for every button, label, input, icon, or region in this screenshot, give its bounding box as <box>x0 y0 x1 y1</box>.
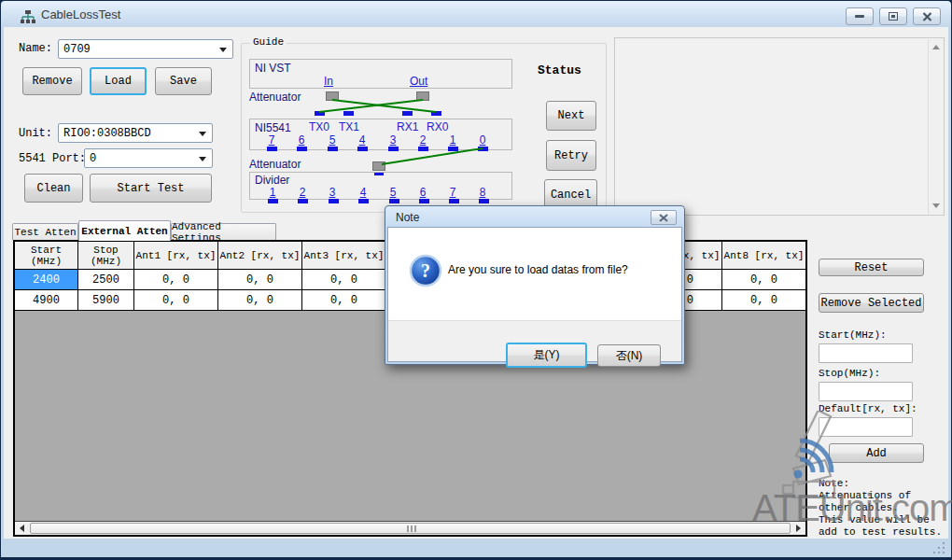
column-header-ant2[interactable]: Ant2 [rx, tx] <box>218 242 302 270</box>
network-diagram-icon <box>20 8 36 25</box>
dialog-body: ? Are you sure to load datas from file? <box>388 228 681 320</box>
name-label: Name: <box>19 42 52 55</box>
stop-mhz-input[interactable] <box>819 382 913 401</box>
table-cell[interactable]: 0, 0 <box>134 290 218 311</box>
scrollbar-grip <box>411 525 413 532</box>
note-line: This value will be <box>819 514 930 525</box>
tab-test-atten[interactable]: Test Atten <box>12 223 78 240</box>
start-test-button[interactable]: Start Test <box>90 174 212 203</box>
yes-button[interactable]: 是(Y) <box>506 343 587 368</box>
start-mhz-input[interactable] <box>819 343 913 363</box>
tab-external-atten[interactable]: External Atten <box>78 220 171 241</box>
dialog-footer: 是(Y) 否(N) <box>388 320 681 361</box>
close-icon <box>922 12 932 21</box>
port-combo-value: 0 <box>90 152 96 165</box>
note-line: other cables. <box>819 502 899 513</box>
load-button[interactable]: Load <box>90 67 147 95</box>
scrollbar-thumb[interactable] <box>30 523 791 534</box>
unit-combo[interactable]: RIO0:0308BBCD <box>58 123 213 143</box>
unit-label: Unit: <box>19 127 52 140</box>
port-label: 5541 Port: <box>19 152 86 165</box>
next-button[interactable]: Next <box>546 101 596 131</box>
scroll-right-icon <box>796 525 801 532</box>
maximize-button[interactable] <box>879 7 907 25</box>
minimize-icon <box>855 15 864 18</box>
scroll-up-icon <box>932 45 940 49</box>
note-line: Attenuations of <box>819 490 911 501</box>
scroll-left-icon <box>20 525 24 532</box>
dialog-title: Note <box>396 211 419 224</box>
start-mhz-label: Start(MHz): <box>819 329 887 341</box>
table-cell[interactable]: 0, 0 <box>302 290 386 311</box>
no-button[interactable]: 否(N) <box>597 344 661 367</box>
column-header-ant1[interactable]: Ant1 [rx, tx] <box>134 242 218 270</box>
table-cell[interactable]: 0, 0 <box>134 270 218 290</box>
chevron-down-icon <box>199 132 206 136</box>
maximize-icon <box>889 12 898 21</box>
table-cell-selected[interactable]: 2400 <box>15 270 78 290</box>
column-header-stop[interactable]: Stop (MHz) <box>78 242 134 270</box>
column-header-start[interactable]: Start (MHz) <box>15 242 78 270</box>
result-panel <box>614 37 945 216</box>
chevron-down-icon <box>199 157 206 161</box>
vertical-scrollbar[interactable] <box>928 39 943 214</box>
reset-button[interactable]: Reset <box>819 259 924 276</box>
minimize-button[interactable] <box>846 7 874 25</box>
stop-mhz-label: Stop(MHz): <box>819 368 880 379</box>
question-mark-icon: ? <box>409 254 442 287</box>
note-dialog: Note ? Are you <box>385 205 685 365</box>
note-line: add to test results. <box>819 526 942 538</box>
table-cell[interactable]: 0, 0 <box>218 290 302 311</box>
close-button[interactable] <box>913 7 941 25</box>
svg-text:?: ? <box>421 260 430 281</box>
table-cell[interactable]: 5900 <box>78 290 134 311</box>
close-icon <box>659 214 668 222</box>
dialog-message: Are you sure to load datas from file? <box>448 263 628 276</box>
column-header-ant3[interactable]: Ant3 [rx, tx] <box>302 242 386 270</box>
clean-button[interactable]: Clean <box>24 174 83 203</box>
remove-button[interactable]: Remove <box>22 67 82 95</box>
chevron-down-icon <box>219 48 227 52</box>
dialog-content: ? Are you sure to load datas from file? … <box>387 227 682 362</box>
add-button[interactable]: Add <box>829 443 924 463</box>
table-cell[interactable]: 2500 <box>78 270 134 290</box>
tab-advanced-settings[interactable]: Advanced Settings <box>171 223 276 240</box>
default-rxtx-input[interactable] <box>819 417 913 437</box>
column-header-ant8[interactable]: Ant8 [rx, tx] <box>722 242 805 270</box>
name-combo[interactable]: 0709 <box>58 39 233 59</box>
table-cell[interactable]: 0, 0 <box>218 270 302 290</box>
remove-selected-button[interactable]: Remove Selected <box>819 293 924 313</box>
app-window: CableLossTest Name: 0709 Remove Load Sav… <box>0 0 952 560</box>
table-cell[interactable]: 4900 <box>15 290 78 311</box>
table-cell[interactable]: 0, 0 <box>302 270 386 290</box>
resize-grip[interactable] <box>933 542 945 553</box>
horizontal-scrollbar[interactable] <box>15 521 805 535</box>
window-title: CableLossTest <box>41 7 120 21</box>
retry-button[interactable]: Retry <box>546 140 596 171</box>
default-rxtx-label: Default[rx, tx]: <box>819 403 917 414</box>
unit-combo-value: RIO0:0308BBCD <box>63 127 151 140</box>
port-combo[interactable]: 0 <box>84 148 213 168</box>
scroll-down-icon <box>932 203 940 208</box>
name-combo-value: 0709 <box>63 43 91 56</box>
note-title: Note: <box>819 478 849 489</box>
save-button[interactable]: Save <box>155 67 212 95</box>
dialog-close-button[interactable] <box>651 210 677 225</box>
status-label: Status <box>538 63 581 77</box>
table-cell[interactable]: 0, 0 <box>722 290 805 311</box>
table-cell[interactable]: 0, 0 <box>722 270 805 290</box>
